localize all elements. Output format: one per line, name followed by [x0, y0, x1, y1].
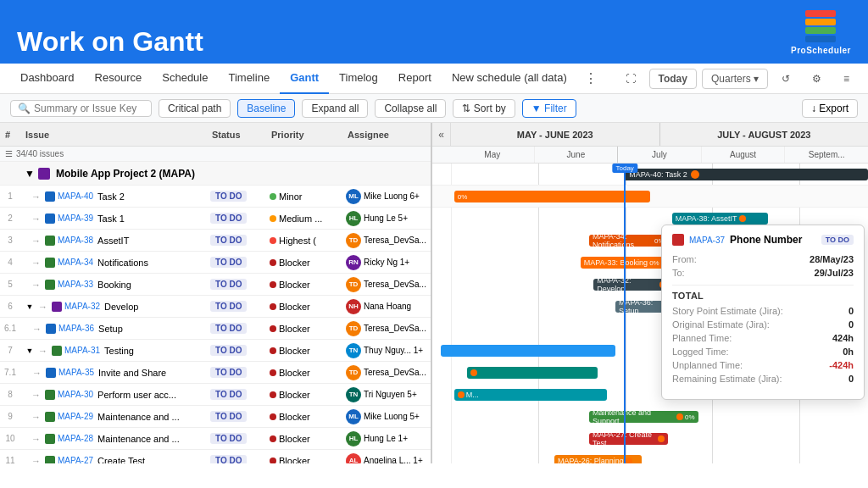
issue-key[interactable]: MAPA-31 — [64, 346, 100, 355]
nav-new-schedule[interactable]: New schedule (all data) — [442, 64, 577, 94]
issue-key[interactable]: MAPA-32 — [64, 302, 100, 311]
gantt-nav-left[interactable]: « — [432, 123, 451, 146]
quarters-button[interactable]: Quarters ▾ — [702, 69, 768, 89]
status-badge: TO DO — [210, 279, 247, 290]
row-num: 5 — [0, 280, 20, 289]
issue-key[interactable]: MAPA-40 — [58, 191, 93, 201]
fullscreen-button[interactable]: ⛶ — [617, 69, 644, 88]
logo-stripe-red — [805, 10, 836, 17]
issue-name: Develop — [104, 302, 138, 312]
nav-dashboard[interactable]: Dashboard — [10, 64, 85, 94]
popup-title: Phone Number — [730, 234, 816, 246]
bar-mapa-40[interactable]: MAPA-40: Task 2 — [624, 169, 868, 180]
today-button[interactable]: Today — [649, 69, 697, 89]
sort-by-button[interactable]: ⇅ Sort by — [453, 99, 515, 118]
issue-key[interactable]: MAPA-30 — [58, 390, 93, 399]
status-badge: TO DO — [210, 389, 247, 400]
bar-mapa-35[interactable] — [441, 345, 615, 357]
issue-key[interactable]: MAPA-38 — [58, 236, 93, 245]
table-area: # Issue Status Priority Assignee ☰ 34/40… — [0, 123, 432, 463]
assignee-name: Teresa_DevSa... — [364, 280, 426, 289]
priority-icon — [270, 281, 276, 288]
status-cell: TO DO — [207, 323, 266, 334]
popup-to-label: To: — [672, 268, 685, 278]
assignee-name: Hung Le 5+ — [364, 214, 408, 223]
issue-name: Create Test — [97, 456, 145, 464]
priority-cell: Blocker — [266, 346, 342, 356]
nav-gantt[interactable]: Gantt — [280, 64, 329, 94]
avatar: HL — [346, 431, 361, 446]
priority-icon — [270, 369, 276, 376]
assignee-cell: TDTeresa_DevSa... — [342, 365, 431, 380]
grid-line-2 — [538, 164, 539, 463]
row-indent: → — [32, 368, 42, 378]
avatar: RN — [346, 255, 361, 270]
status-badge: TO DO — [210, 301, 247, 312]
status-cell: TO DO — [207, 433, 266, 444]
row-expand-icon[interactable]: ▼ — [24, 301, 36, 313]
issue-key[interactable]: MAPA-34 — [58, 258, 93, 267]
bar-label: Maintenance and Support — [593, 408, 675, 425]
export-button[interactable]: ↓ Export — [802, 99, 858, 118]
status-cell: TO DO — [207, 367, 266, 378]
nav-settings2-button[interactable]: ≡ — [835, 69, 858, 88]
bar-icon — [626, 458, 632, 463]
issues-count-text: 34/40 issues — [16, 149, 64, 158]
issue-type-icon — [45, 456, 55, 464]
assignee-name: Nana Hoang — [364, 302, 411, 311]
table-row: 8 → MAPA-30 Perform user acc... TO DO Bl… — [0, 384, 431, 406]
bar-icon — [691, 170, 699, 179]
issue-type-icon — [45, 258, 55, 268]
search-input[interactable] — [34, 103, 144, 114]
issue-key[interactable]: MAPA-39 — [58, 214, 93, 223]
expand-all-button[interactable]: Expand all — [302, 99, 368, 118]
group-collapse-icon[interactable]: ▼ — [24, 168, 36, 180]
issue-key[interactable]: MAPA-35 — [58, 368, 94, 377]
issue-key[interactable]: MAPA-36 — [58, 324, 94, 333]
logo-label: ProScheduler — [791, 46, 851, 55]
nav-more-icon[interactable]: ⋮ — [577, 70, 604, 86]
issue-type-icon — [52, 302, 62, 312]
status-badge: TO DO — [210, 345, 247, 356]
status-cell: TO DO — [207, 301, 266, 312]
nav-schedule[interactable]: Schedule — [152, 64, 218, 94]
nav-timeline[interactable]: Timeline — [218, 64, 280, 94]
row-expand-icon[interactable]: ▼ — [24, 345, 36, 357]
bar-mapa-27[interactable]: MAPA-27: Create Test — [589, 433, 668, 445]
issue-key[interactable]: MAPA-33 — [58, 280, 93, 289]
assignee-name: Teresa_DevSa... — [364, 324, 426, 333]
popup-original-label: Original Estimate (Jira): — [672, 319, 770, 330]
priority-cell: Blocker — [266, 368, 342, 378]
issue-key[interactable]: MAPA-27 — [58, 456, 93, 463]
nav-resource[interactable]: Resource — [85, 64, 153, 94]
bar-label: MAPA-32: Develop — [597, 276, 658, 293]
bar-mapa-38[interactable]: MAPA-38: AssetIT — [672, 213, 768, 225]
bar-mapa-34[interactable]: MAPA-34: Notifications 0% — [589, 235, 668, 247]
nav-bar: Dashboard Resource Schedule Timeline Gan… — [0, 64, 868, 94]
row-indent: → — [31, 280, 41, 290]
issue-type-icon — [52, 346, 62, 356]
bar-mapa-39[interactable]: 0% — [454, 191, 650, 202]
row-num: 7 — [0, 346, 20, 355]
issues-count-icon: ☰ — [5, 149, 13, 158]
issue-cell: → MAPA-36 Setup — [20, 324, 207, 334]
nav-report[interactable]: Report — [388, 64, 442, 94]
bar-label: MAPA-26: Planning — [558, 457, 624, 463]
filter-button[interactable]: ▼ Filter — [522, 99, 576, 118]
today-label: Today — [612, 164, 637, 173]
settings-button[interactable]: ⚙ — [804, 69, 830, 88]
bar-mapa-26[interactable]: MAPA-26: Planning — [554, 455, 642, 463]
bar-mapa-28[interactable]: Maintenance and Support 0% — [589, 411, 698, 423]
critical-path-button[interactable]: Critical path — [159, 99, 231, 118]
issue-key[interactable]: MAPA-28 — [58, 434, 93, 443]
collapse-all-button[interactable]: Collapse all — [375, 99, 446, 118]
issue-key[interactable]: MAPA-29 — [58, 412, 93, 421]
bar-mapa-30[interactable] — [467, 367, 598, 379]
table-row: 11 → MAPA-27 Create Test TO DO Blocker A… — [0, 450, 431, 463]
nav-timelog[interactable]: Timelog — [329, 64, 388, 94]
bar-mapa-29[interactable]: M... — [454, 389, 607, 401]
refresh-button[interactable]: ↺ — [773, 69, 798, 88]
bar-icon — [676, 413, 683, 420]
popup-to-row: To: 29/Jul/23 — [672, 266, 854, 280]
baseline-button[interactable]: Baseline — [237, 99, 295, 118]
